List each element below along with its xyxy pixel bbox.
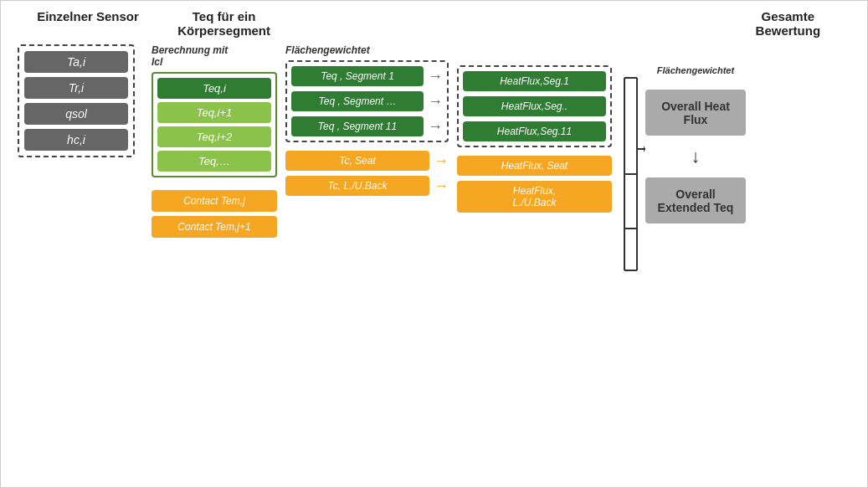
segment-column: Flächengewichtet Teq , Segment 1 → Teq ,… — [285, 44, 449, 196]
sensor-item-qsol: qsol — [24, 103, 128, 125]
tc-box-1: Tc, L./U.Back — [285, 176, 429, 196]
main-container: Einzelner Sensor Teq für ein Körpersegme… — [0, 0, 868, 488]
hf-item-0: HeatFlux,Seg.1 — [463, 71, 606, 91]
tc-row-0: Tc, Seat → — [285, 151, 449, 171]
tc-box-0: Tc, Seat — [285, 151, 429, 171]
flachen-label-col3: Flächengewichtet — [285, 44, 449, 56]
segment-row-2: Teq , Segment 11 → — [291, 116, 443, 136]
arrow-tc0: → — [434, 152, 449, 170]
header-col2: Teq für ein Körpersegment — [154, 9, 294, 38]
hf-wrapper: HeatFlux,Seg.1 HeatFlux,Seg.. HeatFlux,S… — [457, 65, 612, 147]
contact-item-0: Contact Tem,j — [152, 190, 277, 212]
hf-orange-0: HeatFlux, Seat — [457, 156, 612, 176]
diagram-area: Ta,i Tr,i qsol hc,i Berechnung mit Icl T… — [9, 44, 859, 283]
arrow-seg2: → — [428, 118, 443, 136]
segment-row-0: Teq , Segment 1 → — [291, 66, 443, 86]
overall-column: Flächengewichtet Overall Heat Flux ↓ Ove… — [645, 65, 746, 223]
sensor-item-ta: Ta,i — [24, 51, 128, 73]
tc-row-1: Tc, L./U.Back → — [285, 176, 449, 196]
hf-item-1: HeatFlux,Seg.. — [463, 96, 606, 116]
arrow-tc1: → — [434, 177, 449, 195]
teq-item-0: Teq,i — [157, 78, 271, 99]
teq-item-3: Teq,… — [157, 151, 271, 172]
contact-box: Contact Tem,j Contact Tem,j+1 — [152, 190, 277, 238]
hf-orange-1: HeatFlux, L./U.Back — [457, 181, 612, 213]
hf-orange-box: HeatFlux, Seat HeatFlux, L./U.Back — [457, 156, 612, 213]
segment-wrapper: Teq , Segment 1 → Teq , Segment … → Teq … — [285, 60, 449, 142]
teq-item-2: Teq,i+2 — [157, 126, 271, 147]
tc-box: Tc, Seat → Tc, L./U.Back → — [285, 151, 449, 196]
segment-box-1: Teq , Segment … — [291, 91, 424, 111]
segment-row-1: Teq , Segment … → — [291, 91, 443, 111]
bracket-overall: Flächengewichtet Overall Heat Flux ↓ Ove… — [620, 44, 746, 283]
overall-arrow: ↓ — [691, 146, 701, 167]
berechnung-label: Berechnung mit Icl — [152, 44, 277, 68]
sensor-box: Ta,i Tr,i qsol hc,i — [18, 44, 135, 157]
sensor-item-hc: hc,i — [24, 129, 128, 151]
arrow-seg0: → — [428, 68, 443, 85]
overall-box-1: Overall Extended Teq — [645, 177, 746, 223]
bracket-svg — [620, 65, 645, 283]
arrow-seg1: → — [428, 93, 443, 110]
heatflux-column: HeatFlux,Seg.1 HeatFlux,Seg.. HeatFlux,S… — [457, 44, 612, 213]
overall-box-0: Overall Heat Flux — [645, 90, 746, 136]
teq-column: Berechnung mit Icl Teq,i Teq,i+1 Teq,i+2… — [143, 44, 277, 238]
header-col5: Gesamte Bewertung — [730, 9, 846, 38]
column-headers: Einzelner Sensor Teq für ein Körpersegme… — [9, 9, 859, 38]
segment-box-2: Teq , Segment 11 — [291, 116, 424, 136]
svg-marker-7 — [644, 146, 645, 152]
header-col1: Einzelner Sensor — [22, 9, 154, 38]
bracket-container — [620, 65, 645, 283]
sensor-column: Ta,i Tr,i qsol hc,i — [18, 44, 135, 157]
contact-item-1: Contact Tem,j+1 — [152, 216, 277, 238]
teq-item-1: Teq,i+1 — [157, 102, 271, 123]
hf-item-2: HeatFlux,Seg.11 — [463, 121, 606, 141]
teq-box: Teq,i Teq,i+1 Teq,i+2 Teq,… — [152, 72, 277, 177]
segment-box-0: Teq , Segment 1 — [291, 66, 424, 86]
flachen-label-col5: Flächengewichtet — [657, 65, 734, 75]
sensor-item-tr: Tr,i — [24, 77, 128, 99]
